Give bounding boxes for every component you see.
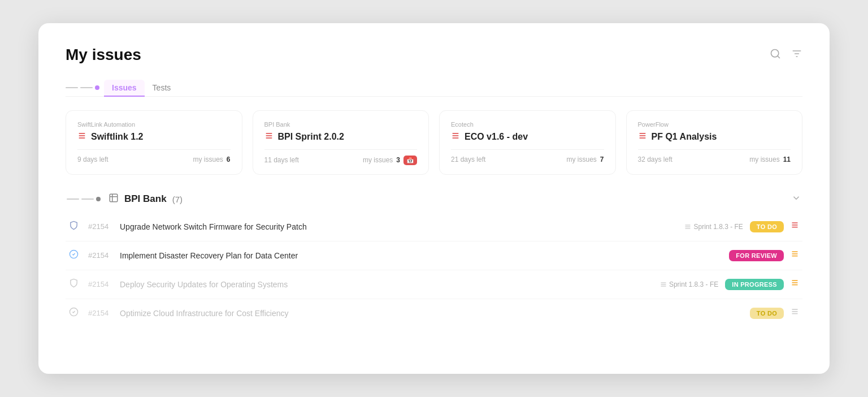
sprint-card-0-label: my issues [193,156,223,163]
sprint-card-2[interactable]: Ecotech ECO v1.6 - dev 21 days left my i… [439,110,616,175]
sprint-card-3-label: my issues [749,156,779,163]
sprint-card-3-footer: 32 days left my issues 11 [638,149,791,163]
issue-number-3: #2154 [88,309,113,317]
sprint-card-0[interactable]: SwiftLink Automation Swiftlink 1.2 9 day… [66,110,242,175]
sprint-card-1-count: 3 [396,156,400,164]
sprint-card-1-days: 11 days left [264,156,299,164]
sprint-card-2-issues: my issues 7 [566,156,604,163]
issue-sprint-2: Sprint 1.8.3 - FE [660,281,718,288]
sprint-card-3-org: PowerFlow [638,121,791,128]
issue-title-0: Upgrade Network Switch Firmware for Secu… [120,222,678,231]
dash-line2 [80,87,93,88]
filter-icon[interactable] [791,48,802,62]
sprint-card-1[interactable]: BPI Bank BPI Sprint 2.0.2 11 days left m… [253,110,429,175]
section-icon [108,193,119,206]
tab-dash [66,85,99,90]
sprint-card-3-count: 11 [783,156,791,163]
issue-sprint-0: Sprint 1.8.3 - FE [684,223,743,231]
sprint-card-1-icon [264,131,274,143]
svg-rect-17 [110,194,118,202]
sprint-card-3-icon [638,131,647,143]
sprint-card-2-title: ECO v1.6 - dev [465,132,528,142]
issue-title-2: Deploy Security Updates for Operating Sy… [120,280,653,289]
section-dash-line2 [81,198,94,200]
sprint-card-0-days: 9 days left [77,156,108,163]
section-dash-dot [96,197,101,201]
sprint-card-1-org: BPI Bank [264,121,418,128]
check-circle-icon-3 [69,307,81,320]
issue-number-2: #2154 [88,280,113,288]
sprint-card-0-title: Swiftlink 1.2 [91,132,143,142]
sprint-card-2-days: 21 days left [451,156,485,163]
issue-row-1[interactable]: #2154 Implement Disaster Recovery Plan f… [66,241,802,270]
shield-icon-2 [69,278,81,291]
svg-line-1 [778,55,780,58]
section-dash-line [67,198,79,200]
sprint-card-1-title: BPI Sprint 2.0.2 [278,132,344,142]
issue-title-1: Implement Disaster Recovery Plan for Dat… [120,251,722,260]
section-title: BPI Bank [124,193,167,205]
status-badge-0: TO DO [750,221,784,232]
tab-issues[interactable]: Issues [104,80,145,97]
sprint-card-2-org: Ecotech [451,121,604,128]
dash-dot [95,85,99,90]
section-header-left: BPI Bank (7) [67,193,183,206]
main-window: My issues Issues Tests SwiftLink Automat… [38,23,830,374]
sprint-card-1-label: my issues [363,156,393,164]
issue-row-2[interactable]: #2154 Deploy Security Updates for Operat… [66,270,802,299]
tab-tests[interactable]: Tests [145,80,179,97]
sprint-card-1-issues: my issues 3 📅 [363,156,417,165]
chevron-down-icon[interactable] [791,193,801,206]
issue-right-2: Sprint 1.8.3 - FE IN PROGRESS [660,279,799,290]
section-header: BPI Bank (7) [66,193,802,206]
sprint-card-2-label: my issues [566,156,596,163]
header-icons [770,48,802,62]
sprint-card-3[interactable]: PowerFlow PF Q1 Analysis 32 days left my… [626,110,803,175]
sprint-card-2-title-row: ECO v1.6 - dev [451,131,604,143]
sprint-card-0-footer: 9 days left my issues 6 [77,149,231,163]
issue-number-1: #2154 [88,251,113,260]
priority-icon-1 [791,250,799,261]
sprint-card-2-footer: 21 days left my issues 7 [451,149,604,163]
sprint-card-3-days: 32 days left [638,156,672,163]
issue-row-0[interactable]: #2154 Upgrade Network Switch Firmware fo… [66,213,802,241]
issue-right-1: FOR REVIEW [729,250,799,261]
status-badge-3: TO DO [750,308,784,319]
issue-number-0: #2154 [88,222,113,231]
sprint-card-1-footer: 11 days left my issues 3 📅 [264,149,418,165]
tabs-bar: Issues Tests [66,80,802,97]
sprint-card-0-issues: my issues 6 [193,156,230,163]
sprint-card-3-title-row: PF Q1 Analysis [638,131,791,143]
section-dash [67,197,101,201]
header: My issues [66,46,802,64]
sprint-card-1-title-row: BPI Sprint 2.0.2 [264,131,418,143]
sprint-card-0-icon [77,131,86,143]
page-title: My issues [66,46,141,64]
sprint-card-0-title-row: Swiftlink 1.2 [77,131,231,143]
issue-right-3: TO DO [750,308,799,319]
sprint-card-2-count: 7 [600,156,604,163]
sprint-card-0-count: 6 [227,156,231,163]
sprint-cards: SwiftLink Automation Swiftlink 1.2 9 day… [66,110,802,175]
status-badge-2: IN PROGRESS [725,279,784,290]
sprint-card-1-calendar-badge: 📅 [403,156,417,165]
dash-line [66,87,78,88]
section-count: (7) [172,195,183,204]
status-badge-1: FOR REVIEW [729,250,784,261]
sprint-card-2-icon [451,131,460,143]
shield-icon-0 [69,221,81,233]
check-circle-icon-1 [69,249,81,262]
issue-row-3[interactable]: #2154 Optimize Cloud Infrastructure for … [66,299,802,327]
sprint-card-3-title: PF Q1 Analysis [652,132,717,142]
search-icon[interactable] [770,48,781,62]
priority-icon-0 [791,221,799,232]
issue-title-3: Optimize Cloud Infrastructure for Cost E… [120,309,743,318]
issue-right-0: Sprint 1.8.3 - FE TO DO [684,221,799,232]
priority-icon-3 [791,308,799,318]
priority-icon-2 [791,279,799,290]
sprint-card-3-issues: my issues 11 [749,156,791,163]
issue-list: #2154 Upgrade Network Switch Firmware fo… [66,213,802,327]
sprint-card-0-org: SwiftLink Automation [77,121,231,128]
